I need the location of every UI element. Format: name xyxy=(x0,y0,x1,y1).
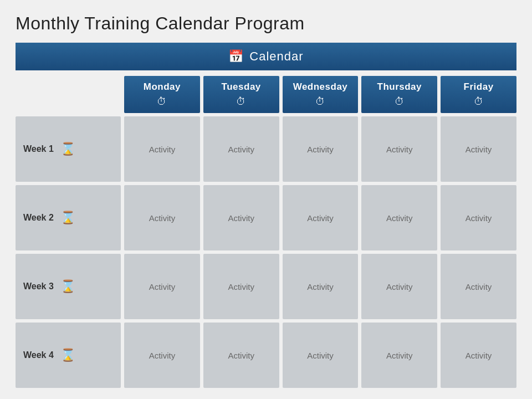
week-1-text: Week 1 xyxy=(23,144,54,154)
activity-w1-mon[interactable]: Activity xyxy=(124,116,200,182)
activity-label-w3-thu: Activity xyxy=(386,282,413,291)
activity-label-w1-wed: Activity xyxy=(307,145,334,154)
activity-w2-thu[interactable]: Activity xyxy=(361,185,437,250)
week-label-3: Week 3 ⌛ xyxy=(16,254,121,319)
activity-w3-tue[interactable]: Activity xyxy=(203,254,279,319)
activity-w3-wed[interactable]: Activity xyxy=(283,254,359,319)
day-label-tuesday: Tuesday xyxy=(222,81,261,93)
activity-w4-tue[interactable]: Activity xyxy=(203,323,279,388)
activity-label-w1-tue: Activity xyxy=(228,145,254,154)
activity-w2-mon[interactable]: Activity xyxy=(124,185,200,250)
calendar-grid: Monday ⏱ Tuesday ⏱ Wednesday ⏱ Thursday … xyxy=(16,76,516,388)
activity-label-w1-mon: Activity xyxy=(149,145,176,154)
activity-w3-fri[interactable]: Activity xyxy=(441,254,516,319)
activity-label-w1-thu: Activity xyxy=(386,145,413,154)
calendar-header-bar: 📅 Calendar xyxy=(16,43,516,70)
day-label-wednesday: Wednesday xyxy=(293,81,348,93)
day-header-friday: Friday ⏱ xyxy=(441,76,516,113)
week-4-text: Week 4 xyxy=(23,350,54,360)
week-3-text: Week 3 xyxy=(23,282,54,291)
corner-cell xyxy=(16,76,121,113)
calendar-header-label: Calendar xyxy=(249,49,303,64)
day-icon-thursday: ⏱ xyxy=(395,96,405,108)
hourglass-icon-week2: ⌛ xyxy=(60,211,75,225)
activity-w1-tue[interactable]: Activity xyxy=(203,116,279,182)
activity-label-w2-wed: Activity xyxy=(307,213,334,223)
activity-w2-wed[interactable]: Activity xyxy=(283,185,359,250)
activity-w4-wed[interactable]: Activity xyxy=(283,323,359,388)
activity-label-w4-fri: Activity xyxy=(466,351,492,360)
activity-w4-thu[interactable]: Activity xyxy=(361,323,437,388)
activity-label-w1-fri: Activity xyxy=(466,145,492,154)
day-icon-monday: ⏱ xyxy=(157,96,167,108)
activity-label-w2-tue: Activity xyxy=(228,213,254,223)
activity-label-w3-wed: Activity xyxy=(307,282,334,291)
activity-label-w4-thu: Activity xyxy=(386,351,413,360)
activity-w4-fri[interactable]: Activity xyxy=(441,323,516,388)
activity-w3-mon[interactable]: Activity xyxy=(124,254,200,319)
activity-w1-thu[interactable]: Activity xyxy=(361,116,437,182)
day-label-monday: Monday xyxy=(144,81,181,93)
day-icon-tuesday: ⏱ xyxy=(236,96,246,108)
activity-w3-thu[interactable]: Activity xyxy=(361,254,437,319)
activity-label-w2-mon: Activity xyxy=(149,213,176,223)
activity-w2-tue[interactable]: Activity xyxy=(203,185,279,250)
day-header-thursday: Thursday ⏱ xyxy=(361,76,437,113)
activity-w4-mon[interactable]: Activity xyxy=(124,323,200,388)
week-label-1: Week 1 ⌛ xyxy=(16,116,121,182)
week-label-4: Week 4 ⌛ xyxy=(16,323,121,388)
day-header-monday: Monday ⏱ xyxy=(124,76,200,113)
hourglass-icon-week3: ⌛ xyxy=(60,279,75,294)
activity-label-w2-fri: Activity xyxy=(466,213,492,223)
day-icon-wednesday: ⏱ xyxy=(315,96,325,108)
activity-label-w4-tue: Activity xyxy=(228,351,254,360)
day-header-tuesday: Tuesday ⏱ xyxy=(203,76,279,113)
day-label-friday: Friday xyxy=(464,81,494,93)
day-label-thursday: Thursday xyxy=(377,81,422,93)
page-title: Monthly Training Calendar Program xyxy=(16,13,516,34)
activity-label-w3-fri: Activity xyxy=(466,282,492,291)
activity-label-w3-tue: Activity xyxy=(228,282,254,291)
activity-label-w4-wed: Activity xyxy=(307,351,334,360)
activity-label-w3-mon: Activity xyxy=(149,282,176,291)
activity-label-w4-mon: Activity xyxy=(149,351,176,360)
activity-w2-fri[interactable]: Activity xyxy=(441,185,516,250)
calendar-icon: 📅 xyxy=(228,49,244,64)
week-label-2: Week 2 ⌛ xyxy=(16,185,121,250)
day-header-wednesday: Wednesday ⏱ xyxy=(283,76,359,113)
week-2-text: Week 2 xyxy=(23,213,54,223)
day-icon-friday: ⏱ xyxy=(474,96,484,108)
hourglass-icon-week4: ⌛ xyxy=(60,348,75,362)
activity-w1-wed[interactable]: Activity xyxy=(283,116,359,182)
activity-w1-fri[interactable]: Activity xyxy=(441,116,516,182)
hourglass-icon-week1: ⌛ xyxy=(60,142,75,156)
activity-label-w2-thu: Activity xyxy=(386,213,413,223)
